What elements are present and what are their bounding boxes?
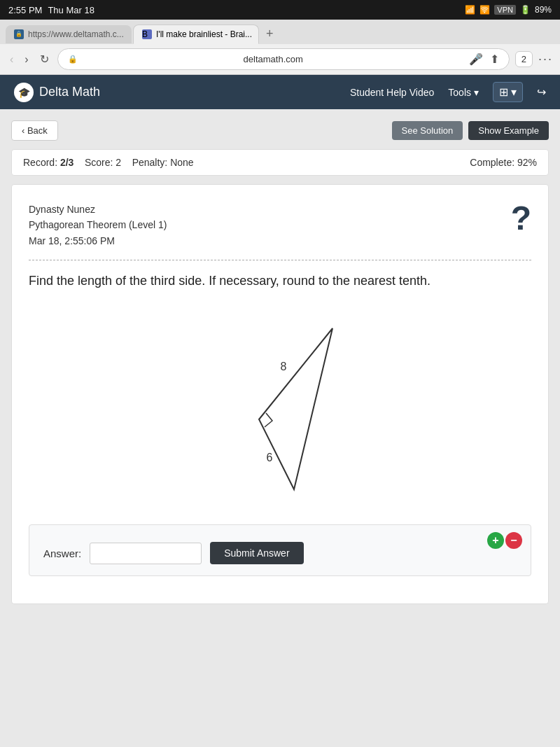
address-bar-row: ‹ › ↻ 🔒 deltamath.com 🎤 ⬆ 2 ··· [0,44,560,74]
share-icon[interactable]: ⬆ [490,53,499,66]
record-bar: Record: 2/3 Score: 2 Penalty: None Compl… [11,149,549,176]
font-increase-button[interactable]: + [487,532,504,549]
lock-icon: 🔒 [68,55,78,64]
forward-nav-button[interactable]: › [22,52,31,67]
side-label-6: 6 [267,452,273,463]
font-size-controls: + − [487,532,522,549]
app-header: 🎓 Delta Math Student Help Video Tools ▾ … [0,75,560,109]
help-video-link[interactable]: Student Help Video [350,87,434,98]
app-name: Delta Math [39,85,100,99]
tools-menu[interactable]: Tools ▾ [448,87,479,98]
see-solution-button[interactable]: See Solution [392,121,463,140]
tab1-close[interactable]: ✕ [131,29,132,39]
student-name: Dynasty Nunez [29,202,167,217]
tab-1[interactable]: 🔒 https://www.deltamath.c... ✕ [6,25,132,43]
app-logo: 🎓 Delta Math [14,83,100,102]
tab2-favicon: B [142,29,152,39]
status-day: Thu Mar 18 [48,5,94,15]
score-label: Score: [85,157,113,168]
logo-icon: 🎓 [14,83,34,102]
problem-instruction: Find the length of the third side. If ne… [29,272,531,291]
calc-chevron-icon: ▾ [511,85,517,99]
address-icons: 🎤 ⬆ [469,53,499,66]
tab-bar: 🔒 https://www.deltamath.c... ✕ B I'll ma… [0,20,560,44]
address-text: deltamath.com [82,54,465,64]
answer-input[interactable] [90,543,202,564]
tab1-favicon: 🔒 [14,29,24,39]
main-content: ‹ Back See Solution Show Example Record:… [0,109,560,615]
tools-chevron-icon: ▾ [474,87,479,98]
record-value: 2/3 [60,157,74,168]
record-info: Record: 2/3 Score: 2 Penalty: None [23,157,194,168]
tab1-label: https://www.deltamath.c... [28,29,124,39]
penalty-label: Penalty: [132,157,168,168]
answer-row: Answer: Submit Answer [43,542,517,564]
browser-chrome: 🔒 https://www.deltamath.c... ✕ B I'll ma… [0,20,560,75]
score-value: 2 [115,157,121,168]
logout-button[interactable]: ↪ [537,85,546,99]
svg-marker-0 [259,328,332,489]
wifi-icon: 🛜 [479,5,490,15]
action-bar: ‹ Back See Solution Show Example [11,120,549,141]
reload-button[interactable]: ↻ [37,51,52,67]
mic-icon[interactable]: 🎤 [469,53,483,66]
font-decrease-button[interactable]: − [505,532,522,549]
battery-icon: 🔋 [520,5,531,15]
back-nav-button[interactable]: ‹ [7,52,16,67]
vpn-badge: VPN [494,5,516,15]
tab2-label: I'll make brainliest - Brai... [156,29,252,39]
status-time: 2:55 PM [8,5,42,15]
action-buttons: See Solution Show Example [392,121,549,140]
problem-header: Dynasty Nunez Pythagorean Theorem (Level… [29,202,531,249]
problem-topic: Pythagorean Theorem (Level 1) [29,217,167,232]
browser-actions: 2 ··· [515,51,553,67]
triangle-svg: 8 6 [203,307,357,503]
status-bar-left: 2:55 PM Thu Mar 18 [8,5,94,15]
status-bar-right: 📶 🛜 VPN 🔋 89% [465,5,552,15]
complete-value: 92% [517,157,537,168]
new-tab-button[interactable]: + [260,24,279,44]
divider [29,260,531,260]
triangle-diagram: 8 6 [29,307,531,503]
calculator-icon: ⊞ [499,85,508,99]
status-bar: 2:55 PM Thu Mar 18 📶 🛜 VPN 🔋 89% [0,0,560,20]
answer-area: + − Answer: Submit Answer [29,524,531,576]
header-right: Student Help Video Tools ▾ ⊞ ▾ ↪ [350,82,546,102]
back-button[interactable]: ‹ Back [11,120,58,141]
penalty-value: None [170,157,193,168]
problem-card: Dynasty Nunez Pythagorean Theorem (Level… [11,184,549,604]
tabs-count-badge[interactable]: 2 [515,51,533,67]
complete-info: Complete: 92% [470,157,537,168]
help-question-icon[interactable]: ? [511,202,531,235]
problem-timestamp: Mar 18, 2:55:06 PM [29,233,167,249]
address-bar[interactable]: 🔒 deltamath.com 🎤 ⬆ [57,48,510,70]
complete-label: Complete: [470,157,514,168]
more-options-button[interactable]: ··· [538,52,553,67]
answer-label: Answer: [43,547,81,559]
signal-icon: 📶 [465,5,475,15]
side-label-8: 8 [281,361,287,372]
record-label: Record: [23,157,57,168]
problem-meta: Dynasty Nunez Pythagorean Theorem (Level… [29,202,167,249]
submit-answer-button[interactable]: Submit Answer [210,542,303,564]
calculator-button[interactable]: ⊞ ▾ [493,82,523,102]
tab-2[interactable]: B I'll make brainliest - Brai... ✕ [133,25,259,44]
show-example-button[interactable]: Show Example [468,121,549,140]
battery-level: 89% [535,5,552,15]
